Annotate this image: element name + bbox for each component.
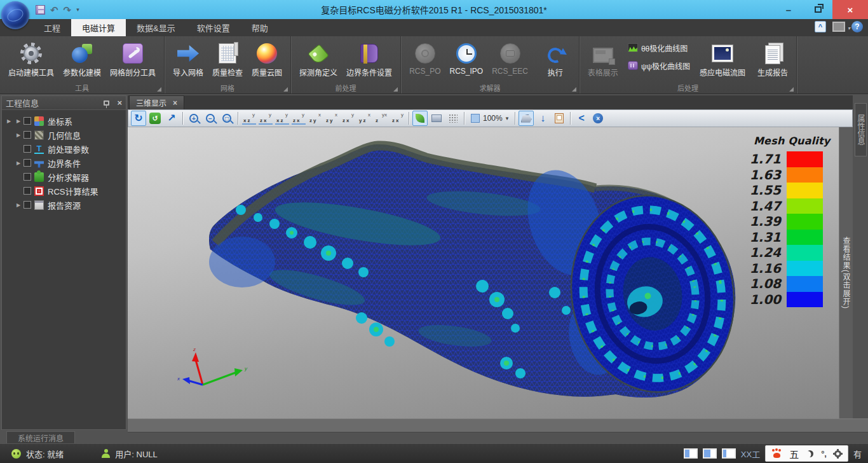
execute-button[interactable]: 执行 bbox=[536, 39, 575, 79]
zoom-fit-button[interactable]: □ bbox=[219, 111, 234, 126]
smooth-shade-button[interactable] bbox=[412, 111, 428, 126]
zoom-out-button[interactable]: − bbox=[203, 111, 218, 126]
wireframe-grid-button[interactable] bbox=[445, 111, 461, 126]
probe-angle-define-button[interactable]: 探测角定义 bbox=[295, 39, 342, 79]
tab-3d-display[interactable]: 三维显示 × bbox=[129, 95, 184, 109]
pin-icon[interactable] bbox=[104, 100, 109, 106]
zoom-level-dropdown[interactable]: 100% ▾ bbox=[468, 111, 512, 126]
tree-item-analysis-solver[interactable]: 分析求解器 bbox=[2, 170, 126, 184]
copy-image-button[interactable] bbox=[552, 111, 567, 126]
close-view-button[interactable]: × bbox=[590, 111, 606, 126]
root-expander-icon[interactable]: ▶ bbox=[4, 118, 13, 124]
pan-view-button[interactable]: ↗ bbox=[164, 111, 179, 126]
ime-punctuation-button[interactable]: °, bbox=[821, 449, 827, 459]
tree-item-report-resources[interactable]: ▶ 报告资源 bbox=[2, 198, 126, 212]
tree-item-boundary-conditions[interactable]: ▶ 边界条件 bbox=[2, 156, 126, 170]
ime-settings-gear-icon[interactable] bbox=[834, 450, 841, 457]
wrench-icon bbox=[123, 43, 143, 64]
boundary-condition-settings-button[interactable]: 边界条件设置 bbox=[342, 39, 397, 79]
maximize-button[interactable] bbox=[803, 0, 832, 19]
view-orientation-1-button[interactable]: yxz bbox=[241, 111, 257, 126]
rcs-po-button[interactable]: RCS_PO bbox=[405, 39, 445, 77]
share-view-button[interactable]: < bbox=[574, 111, 589, 126]
menu-tab-help[interactable]: 帮助 bbox=[241, 19, 279, 36]
arrow-down-button[interactable]: ↓ bbox=[535, 111, 550, 126]
menu-bar: 工程 电磁计算 数据&显示 软件设置 帮助 ^ ▾ ? bbox=[0, 19, 868, 36]
dialog-launcher-icon[interactable] bbox=[572, 87, 576, 92]
collapsed-message-strip[interactable] bbox=[128, 418, 868, 432]
view-orientation-9-button[interactable]: yxz bbox=[374, 111, 389, 126]
refresh-view-button[interactable]: ↺ bbox=[147, 111, 163, 126]
launch-modeling-tool-button[interactable]: 启动建模工具 bbox=[4, 39, 58, 79]
table-display-button[interactable]: 表格展示 bbox=[583, 39, 623, 79]
panel-close-icon[interactable]: × bbox=[117, 98, 122, 107]
help-icon[interactable]: ? bbox=[851, 21, 863, 32]
ime-halfwidth-moon-icon[interactable] bbox=[806, 450, 813, 457]
psi-polarization-curve-button[interactable]: ψψ极化曲线图 bbox=[625, 58, 693, 73]
dialog-launcher-icon[interactable] bbox=[789, 87, 794, 92]
purple-chart-icon bbox=[628, 61, 638, 70]
quality-cloud-map-button[interactable]: 质量云图 bbox=[247, 39, 287, 79]
tree-checkbox[interactable] bbox=[24, 145, 31, 153]
view-orientation-10-button[interactable]: yzx bbox=[390, 111, 405, 126]
zoom-in-button[interactable]: + bbox=[186, 111, 201, 126]
clock-icon bbox=[456, 43, 477, 64]
expander-icon[interactable]: ▶ bbox=[13, 160, 24, 166]
theta-polarization-curve-button[interactable]: θθ极化曲线图 bbox=[625, 40, 693, 55]
view-orientation-2-button[interactable]: yzx bbox=[258, 111, 273, 126]
expander-icon[interactable]: ▶ bbox=[13, 118, 24, 124]
induction-em-current-map-button[interactable]: 感应电磁流图 bbox=[695, 39, 750, 79]
generate-report-button[interactable]: 生成报告 bbox=[753, 39, 792, 79]
expander-icon[interactable]: ▶ bbox=[13, 132, 24, 138]
collapse-ribbon-icon[interactable]: ^ bbox=[815, 21, 826, 32]
tree-item-geometry-info[interactable]: ▶ 几何信息 bbox=[2, 128, 126, 142]
dialog-launcher-icon[interactable] bbox=[283, 87, 288, 92]
menu-tab-em-compute[interactable]: 电磁计算 bbox=[71, 19, 126, 36]
close-button[interactable]: × bbox=[832, 0, 868, 19]
ime-logo-paw-icon[interactable] bbox=[772, 449, 782, 458]
tree-checkbox[interactable] bbox=[24, 187, 31, 195]
minimize-button[interactable]: – bbox=[774, 0, 803, 19]
app-logo-icon[interactable] bbox=[1, 1, 29, 29]
3d-viewport[interactable]: z y x Mesh Quality 1.71 1.63 1.55 1.47 1… bbox=[128, 127, 839, 418]
import-mesh-button[interactable]: 导入网格 bbox=[168, 39, 208, 79]
window-style-icon[interactable]: ▾ bbox=[832, 22, 845, 32]
tree-checkbox[interactable] bbox=[24, 131, 31, 139]
system-message-tab[interactable]: 系统运行消息 bbox=[6, 431, 75, 443]
mesh-partition-tool-button[interactable]: 网格剖分工具 bbox=[105, 39, 160, 79]
view-orientation-4-button[interactable]: yzx bbox=[291, 111, 306, 126]
dialog-launcher-icon[interactable] bbox=[393, 87, 398, 92]
tree-item-coordinate-system[interactable]: ▶ ▶ 坐标系 bbox=[2, 114, 126, 128]
layout-left-icon[interactable] bbox=[684, 448, 698, 459]
expander-icon[interactable]: ▶ bbox=[13, 202, 24, 208]
tree-checkbox[interactable] bbox=[24, 159, 31, 167]
layout-right-icon[interactable] bbox=[722, 448, 736, 459]
quality-check-button[interactable]: 质量检查 bbox=[208, 39, 247, 79]
dialog-launcher-icon[interactable] bbox=[157, 87, 161, 92]
status-bar: 状态: 就绪 用户: NULL XX工 五 °, 有 bbox=[0, 443, 868, 463]
tree-checkbox[interactable] bbox=[24, 117, 31, 125]
layout-middle-icon[interactable] bbox=[703, 448, 717, 459]
tree-checkbox[interactable] bbox=[24, 173, 31, 181]
menu-tab-project[interactable]: 工程 bbox=[33, 19, 71, 36]
properties-panel-tab[interactable]: 属性信息 bbox=[855, 103, 867, 156]
view-orientation-3-button[interactable]: yxz bbox=[275, 111, 290, 126]
surface-select-button[interactable] bbox=[519, 111, 534, 126]
tab-close-icon[interactable]: × bbox=[173, 99, 177, 107]
flat-shade-button[interactable] bbox=[429, 111, 444, 126]
ime-mode-button[interactable]: 五 bbox=[789, 447, 799, 460]
menu-tab-settings[interactable]: 软件设置 bbox=[186, 19, 241, 36]
tree-checkbox[interactable] bbox=[24, 201, 31, 209]
rotate-view-button[interactable]: ↻ bbox=[131, 111, 146, 126]
parametric-modeling-button[interactable]: 参数化建模 bbox=[58, 39, 105, 79]
view-orientation-8-button[interactable]: xyz bbox=[357, 111, 372, 126]
view-orientation-6-button[interactable]: xzy bbox=[324, 111, 339, 126]
tree-item-rcs-results[interactable]: RCS计算结果 bbox=[2, 184, 126, 198]
rcs-ipo-button[interactable]: RCS_IPO bbox=[445, 39, 487, 77]
view-orientation-7-button[interactable]: yzx bbox=[341, 111, 356, 126]
menu-tab-data-display[interactable]: 数据&显示 bbox=[126, 19, 186, 36]
tree-item-preprocess-params[interactable]: T 前处理参数 bbox=[2, 142, 126, 156]
view-orientation-5-button[interactable]: xzy bbox=[308, 111, 323, 126]
rcs-eec-button[interactable]: RCS_EEC bbox=[487, 39, 532, 77]
view-results-strip[interactable]: 查看结果(双击展开) bbox=[839, 127, 853, 418]
